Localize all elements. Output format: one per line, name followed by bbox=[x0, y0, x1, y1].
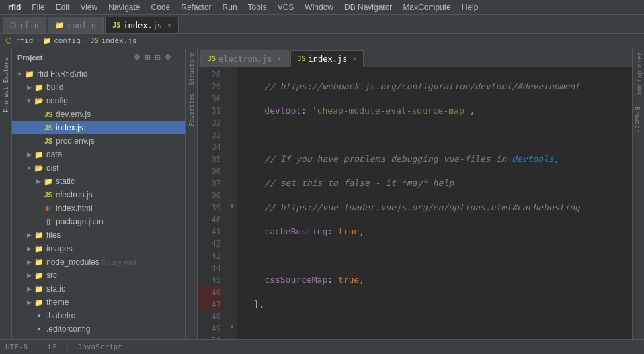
js-icon-dev-env: JS bbox=[43, 109, 54, 119]
folder-icon-images: 📁 bbox=[34, 244, 44, 253]
tree-prod-env[interactable]: JS prod.env.js bbox=[12, 134, 185, 148]
js-file-icon-index: JS bbox=[298, 55, 306, 62]
expand-icon[interactable]: ⊞ bbox=[145, 53, 151, 62]
tree-label-static2: static bbox=[46, 284, 65, 294]
tree-config[interactable]: 📂 config bbox=[12, 94, 185, 107]
breadcrumb-rfid-label[interactable]: rfid bbox=[15, 36, 34, 45]
tree-babelrc[interactable]: ● .babelrc bbox=[12, 309, 185, 322]
tree-index-js[interactable]: JS index.js bbox=[12, 121, 185, 134]
tree-files[interactable]: 📁 files bbox=[12, 228, 185, 242]
tree-images[interactable]: 📁 images bbox=[12, 242, 185, 255]
js-icon-prod-env: JS bbox=[43, 136, 54, 146]
tree-static[interactable]: 📁 static bbox=[12, 175, 185, 188]
tree-editorconfig[interactable]: ● .editorconfig bbox=[12, 322, 185, 336]
panel-tab-project-explorer[interactable]: Project Explorer bbox=[0, 48, 11, 118]
js-file-icon-electron: JS bbox=[208, 55, 216, 62]
menu-window[interactable]: Window bbox=[299, 0, 339, 14]
statusbar-sep2: | bbox=[65, 343, 70, 351]
menu-help[interactable]: Help bbox=[456, 0, 484, 14]
menu-rfid[interactable]: rfid bbox=[3, 0, 26, 14]
code-line-30 bbox=[243, 129, 632, 141]
editor-tab-index-js[interactable]: JS index.js × bbox=[290, 50, 364, 67]
dot-icon-babelrc: ● bbox=[34, 311, 44, 320]
tree-arrow-node-modules bbox=[24, 259, 34, 265]
collapse-icon[interactable]: ⊟ bbox=[155, 53, 161, 62]
folder-icon-theme: 📁 bbox=[34, 298, 44, 307]
tree-label-editorconfig: .editorconfig bbox=[46, 324, 90, 334]
tree-arrow-static2 bbox=[24, 285, 34, 292]
tree-arrow-data bbox=[24, 151, 34, 158]
menu-file[interactable]: File bbox=[26, 0, 50, 14]
menu-edit[interactable]: Edit bbox=[50, 0, 75, 14]
tree-arrow-src bbox=[24, 272, 34, 279]
code-content[interactable]: // https://webpack.js.org/configuration/… bbox=[237, 67, 632, 339]
panel-tab-structure[interactable]: Structure bbox=[186, 48, 197, 89]
code-editor: 28 29 30 31 32 33 34 35 36 37 38 39 40 4… bbox=[198, 67, 632, 339]
tree-label-static: static bbox=[56, 177, 75, 186]
code-line-28: // https://webpack.js.org/configuration/… bbox=[243, 81, 632, 93]
tree-dev-env[interactable]: JS dev.env.js bbox=[12, 107, 185, 121]
editor-tab-close-electron[interactable]: × bbox=[278, 55, 282, 62]
tree-data[interactable]: 📁 data bbox=[12, 148, 185, 161]
tree-static2[interactable]: 📁 static bbox=[12, 282, 185, 296]
tree-build[interactable]: 📁 build bbox=[12, 81, 185, 94]
folder-icon-src: 📁 bbox=[34, 271, 44, 280]
tree-arrow-build bbox=[24, 84, 34, 91]
breadcrumb-index-js[interactable]: index.js bbox=[102, 36, 137, 45]
main-layout: Project Explorer Project ⚙ ⊞ ⊟ ⚙ − 📁 rfi… bbox=[0, 48, 644, 339]
tree-label-package-json: package.json bbox=[56, 217, 104, 226]
menu-run[interactable]: Run bbox=[217, 0, 243, 14]
tree-node-modules[interactable]: 📁 node_modules library root bbox=[12, 255, 185, 269]
panel-tab-favorites[interactable]: Favorites bbox=[186, 89, 197, 130]
tree-electron-js[interactable]: JS electron.js bbox=[12, 188, 185, 202]
menu-tools[interactable]: Tools bbox=[243, 0, 272, 14]
close-icon[interactable]: − bbox=[175, 54, 179, 62]
tab-rfid[interactable]: ⬡ rfid bbox=[3, 17, 46, 33]
tree-label-build: build bbox=[46, 83, 63, 92]
menu-view[interactable]: View bbox=[75, 0, 103, 14]
folder-icon: 📁 bbox=[55, 21, 65, 30]
editor-tab-close-index[interactable]: × bbox=[352, 55, 356, 62]
tree-arrow-images bbox=[24, 245, 34, 252]
tree-dist[interactable]: 📂 dist bbox=[12, 161, 185, 175]
tree-gitignore[interactable]: ● .gitignore bbox=[12, 336, 185, 339]
tree-label-files: files bbox=[46, 230, 61, 240]
tree-src[interactable]: 📁 src bbox=[12, 269, 185, 282]
statusbar-line-endings: LF bbox=[48, 343, 57, 351]
tab-index-js[interactable]: JS index.js × bbox=[105, 17, 179, 33]
tree-package-json[interactable]: {} package.json bbox=[12, 215, 185, 228]
menu-code[interactable]: Code bbox=[146, 0, 176, 14]
settings-icon[interactable]: ⚙ bbox=[134, 53, 140, 62]
tree-index-html[interactable]: H index.html bbox=[12, 202, 185, 215]
menu-dbnavigator[interactable]: DB Navigator bbox=[339, 0, 397, 14]
tree-rfid[interactable]: 📁 rfid F:\Rfid\rfid bbox=[12, 67, 185, 81]
menu-navigate[interactable]: Navigate bbox=[103, 0, 145, 14]
tree-label-prod-env: prod.env.js bbox=[56, 136, 95, 146]
menu-maxcompute[interactable]: MaxCompute bbox=[397, 0, 456, 14]
panel-tab-browser[interactable]: Browser bbox=[633, 103, 644, 136]
folder-icon-rfid: 📁 bbox=[24, 69, 35, 79]
folder-icon-dist: 📂 bbox=[34, 163, 44, 173]
tree-label-src: src bbox=[46, 271, 57, 280]
statusbar-info: JavaScript bbox=[78, 343, 122, 351]
tab-close-icon[interactable]: × bbox=[167, 21, 171, 29]
breadcrumb-rfid[interactable]: ⬡ bbox=[5, 36, 12, 45]
menu-refactor[interactable]: Refactor bbox=[175, 0, 216, 14]
sidebar-header-icons: ⚙ ⊞ ⊟ ⚙ − bbox=[134, 53, 179, 62]
tree-label-images: images bbox=[46, 244, 73, 253]
folder-icon-build: 📁 bbox=[34, 83, 44, 92]
breadcrumb-config[interactable]: config bbox=[54, 36, 81, 45]
menubar: rfid File Edit View Navigate Code Refact… bbox=[0, 0, 644, 15]
tree-label-gitignore: .gitignore bbox=[46, 338, 79, 339]
statusbar: UTF-8 | LF | JavaScript bbox=[0, 339, 644, 354]
gear-icon[interactable]: ⚙ bbox=[165, 53, 171, 62]
menu-vcs[interactable]: VCS bbox=[272, 0, 300, 14]
tree-theme[interactable]: 📁 theme bbox=[12, 296, 185, 309]
panel-tab-job-explorer[interactable]: Job Explorer bbox=[633, 48, 644, 100]
tree-label-config: config bbox=[46, 96, 68, 105]
tree-arrow-rfid bbox=[15, 71, 24, 77]
tab-config[interactable]: 📁 config bbox=[48, 17, 104, 33]
editor-tab-electron-js[interactable]: JS electron.js × bbox=[200, 50, 289, 67]
folder-icon-node-modules: 📁 bbox=[34, 257, 44, 267]
left-panel-tabs: Project Explorer bbox=[0, 48, 12, 339]
